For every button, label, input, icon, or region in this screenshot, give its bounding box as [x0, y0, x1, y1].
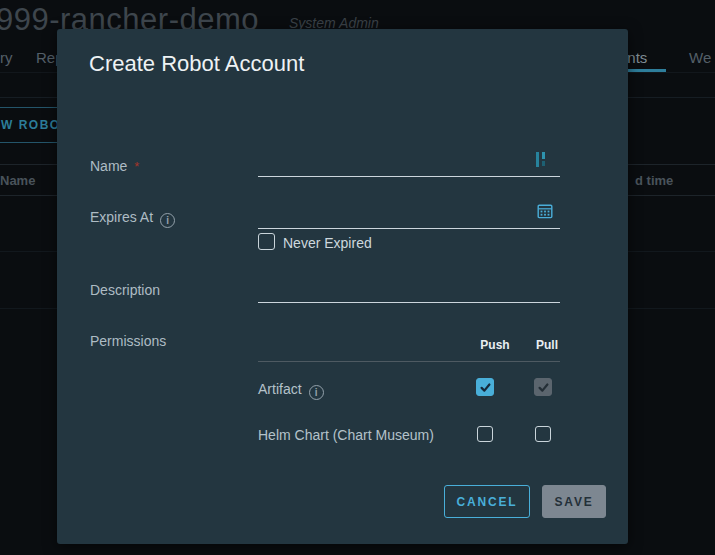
- check-icon: [537, 381, 550, 394]
- description-label: Description: [90, 282, 160, 298]
- save-button[interactable]: SAVE: [542, 485, 606, 518]
- table-header-name: Name: [0, 173, 35, 188]
- helm-push-checkbox[interactable]: [477, 426, 493, 442]
- permissions-column-push: Push: [473, 338, 517, 352]
- expires-at-label: Expires Ati: [90, 209, 175, 228]
- artifact-pull-checkbox: [534, 378, 552, 396]
- helm-pull-checkbox[interactable]: [535, 426, 551, 442]
- permission-row-helm-label: Helm Chart (Chart Museum): [258, 427, 434, 443]
- cancel-button[interactable]: CANCEL: [444, 485, 530, 518]
- new-robot-account-button-label: W ROBO: [1, 118, 61, 132]
- artifact-push-checkbox[interactable]: [476, 378, 494, 396]
- permissions-label: Permissions: [90, 333, 166, 349]
- description-input[interactable]: [258, 275, 560, 303]
- name-label: Name*: [90, 158, 139, 174]
- table-header-time: d time: [635, 173, 673, 188]
- never-expired-label[interactable]: Never Expired: [283, 235, 372, 251]
- spinner-icon: [536, 150, 548, 168]
- required-asterisk: *: [134, 159, 139, 174]
- permissions-column-pull: Pull: [525, 338, 569, 352]
- name-input[interactable]: [258, 149, 560, 177]
- permissions-divider: [258, 361, 560, 362]
- permission-row-artifact-label: Artifacti: [258, 381, 324, 400]
- tab-fragment-summary[interactable]: ry: [0, 49, 13, 66]
- info-icon[interactable]: i: [309, 385, 324, 400]
- calendar-icon[interactable]: [537, 203, 553, 219]
- check-icon: [479, 381, 492, 394]
- expires-at-input[interactable]: [258, 201, 560, 229]
- info-icon[interactable]: i: [160, 213, 175, 228]
- never-expired-checkbox[interactable]: [258, 233, 275, 250]
- tab-fragment-webhooks[interactable]: We: [689, 49, 711, 66]
- modal-title: Create Robot Account: [89, 51, 304, 77]
- screen: 999-rancher-demo System Admin ry Rep unt…: [0, 0, 715, 555]
- create-robot-account-modal: Create Robot Account Name* Expires Ati N…: [57, 29, 628, 544]
